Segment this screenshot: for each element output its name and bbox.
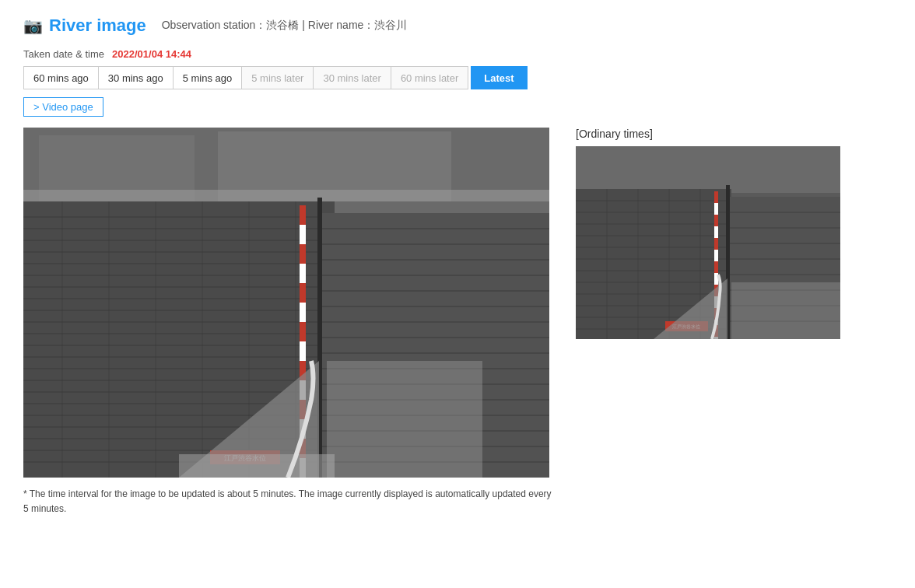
ordinary-label: [Ordinary times] <box>576 128 840 140</box>
page-header: 📷 River image Observation station：渋谷橋 | … <box>23 16 892 36</box>
30-mins-later-button[interactable]: 30 mins later <box>313 66 391 89</box>
latest-button[interactable]: Latest <box>471 66 527 89</box>
ordinary-river-image: 江戸渋谷水位 <box>576 146 840 339</box>
svg-rect-98 <box>714 261 718 273</box>
right-panel: [Ordinary times] <box>576 128 840 339</box>
taken-label: Taken date & time <box>23 48 104 60</box>
left-panel: 江戸渋谷水位 * The time interval for the image… <box>23 128 552 516</box>
svg-rect-63 <box>179 454 335 478</box>
time-navigation: 60 mins ago 30 mins ago 5 mins ago 5 min… <box>23 66 892 89</box>
main-content: 江戸渋谷水位 * The time interval for the image… <box>23 128 892 516</box>
main-river-image: 江戸渋谷水位 <box>23 128 549 478</box>
svg-rect-105 <box>731 282 840 339</box>
svg-rect-56 <box>300 322 306 341</box>
svg-rect-55 <box>300 283 306 303</box>
svg-rect-53 <box>300 205 306 225</box>
video-page-button[interactable]: > Video page <box>23 97 103 117</box>
update-note: * The time interval for the image to be … <box>23 487 552 516</box>
svg-rect-54 <box>300 244 306 264</box>
station-info: Observation station：渋谷橋 | River name：渋谷川 <box>162 19 408 33</box>
taken-date-row: Taken date & time 2022/01/04 14:44 <box>23 48 892 60</box>
svg-rect-66 <box>576 146 840 193</box>
svg-rect-64 <box>327 361 482 478</box>
5-mins-ago-button[interactable]: 5 mins ago <box>173 66 243 89</box>
svg-rect-96 <box>714 215 718 226</box>
title-area: 📷 River image <box>23 16 146 36</box>
60-mins-ago-button[interactable]: 60 mins ago <box>23 66 99 89</box>
page-title: River image <box>49 16 146 36</box>
60-mins-later-button[interactable]: 60 mins later <box>391 66 468 89</box>
5-mins-later-button[interactable]: 5 mins later <box>241 66 314 89</box>
svg-rect-4 <box>23 190 549 201</box>
svg-rect-95 <box>714 191 718 203</box>
taken-value: 2022/01/04 14:44 <box>112 48 191 60</box>
svg-rect-97 <box>714 238 718 250</box>
camera-icon: 📷 <box>23 16 43 35</box>
30-mins-ago-button[interactable]: 30 mins ago <box>98 66 174 89</box>
